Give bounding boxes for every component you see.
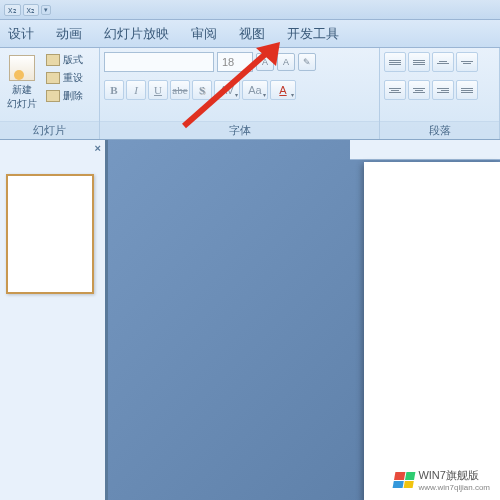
underline-button[interactable]: U [148, 80, 168, 100]
horizontal-ruler [350, 140, 500, 160]
workspace: × [0, 140, 500, 500]
bold-button[interactable]: B [104, 80, 124, 100]
qat-dropdown[interactable]: ▾ [41, 5, 51, 15]
group-paragraph: 段落 [380, 48, 500, 139]
char-spacing-button[interactable]: AV▾ [214, 80, 240, 100]
new-slide-icon [9, 55, 35, 81]
reset-icon [46, 72, 60, 84]
align-center-button[interactable] [408, 80, 430, 100]
new-slide-label1: 新建 [12, 83, 32, 97]
tab-design[interactable]: 设计 [8, 25, 34, 43]
new-slide-label2: 幻灯片 [7, 97, 37, 111]
layout-label: 版式 [63, 53, 83, 67]
grow-font-button[interactable]: A [256, 53, 274, 71]
font-color-button[interactable]: A▾ [270, 80, 296, 100]
fontcolor-label: A [279, 84, 286, 96]
italic-button[interactable]: I [126, 80, 146, 100]
tab-review[interactable]: 审阅 [191, 25, 217, 43]
watermark-url: www.win7qijian.com [418, 483, 490, 492]
strikethrough-button[interactable]: abe [170, 80, 190, 100]
bullets-button[interactable] [384, 52, 406, 72]
numbering-button[interactable] [408, 52, 430, 72]
change-case-button[interactable]: Aa▾ [242, 80, 268, 100]
slide-thumbnail-pane[interactable]: × [0, 140, 108, 500]
aa-label: Aa [248, 84, 261, 96]
slide-canvas[interactable] [364, 162, 500, 500]
slide-thumbnail[interactable] [6, 174, 94, 294]
text-shadow-button[interactable]: S [192, 80, 212, 100]
tab-developer[interactable]: 开发工具 [287, 25, 339, 43]
delete-label: 删除 [63, 89, 83, 103]
group-slides-label: 幻灯片 [0, 121, 99, 139]
increase-indent-button[interactable] [456, 52, 478, 72]
layout-icon [46, 54, 60, 66]
watermark-brand: WIN7旗舰版 [418, 468, 490, 483]
reset-label: 重设 [63, 71, 83, 85]
superscript-button[interactable]: x₂ [4, 4, 21, 16]
close-pane-icon[interactable]: × [95, 142, 101, 154]
subscript-button[interactable]: x₂ [23, 4, 40, 16]
title-bar: x₂ x₂ ▾ [0, 0, 500, 20]
align-right-button[interactable] [432, 80, 454, 100]
av-label: AV [220, 84, 234, 96]
clear-format-button[interactable]: ✎ [298, 53, 316, 71]
group-font-label: 字体 [100, 121, 379, 139]
reset-button[interactable]: 重设 [44, 70, 85, 86]
tab-slideshow[interactable]: 幻灯片放映 [104, 25, 169, 43]
group-para-label: 段落 [380, 121, 499, 139]
justify-button[interactable] [456, 80, 478, 100]
tab-view[interactable]: 视图 [239, 25, 265, 43]
shrink-font-button[interactable]: A [277, 53, 295, 71]
delete-button[interactable]: 删除 [44, 88, 85, 104]
ribbon: 新建 幻灯片 版式 重设 删除 幻灯片 18 A A ✎ B I U [0, 48, 500, 140]
windows-logo-icon [393, 472, 416, 488]
layout-button[interactable]: 版式 [44, 52, 85, 68]
delete-icon [46, 90, 60, 102]
font-family-combo[interactable] [104, 52, 214, 72]
tab-animation[interactable]: 动画 [56, 25, 82, 43]
group-font: 18 A A ✎ B I U abe S AV▾ Aa▾ A▾ 字体 [100, 48, 380, 139]
watermark: WIN7旗舰版 www.win7qijian.com [390, 466, 494, 494]
decrease-indent-button[interactable] [432, 52, 454, 72]
menu-bar: 设计 动画 幻灯片放映 审阅 视图 开发工具 [0, 20, 500, 48]
align-left-button[interactable] [384, 80, 406, 100]
new-slide-button[interactable]: 新建 幻灯片 [4, 52, 40, 114]
font-size-combo[interactable]: 18 [217, 52, 253, 72]
group-slides: 新建 幻灯片 版式 重设 删除 幻灯片 [0, 48, 100, 139]
